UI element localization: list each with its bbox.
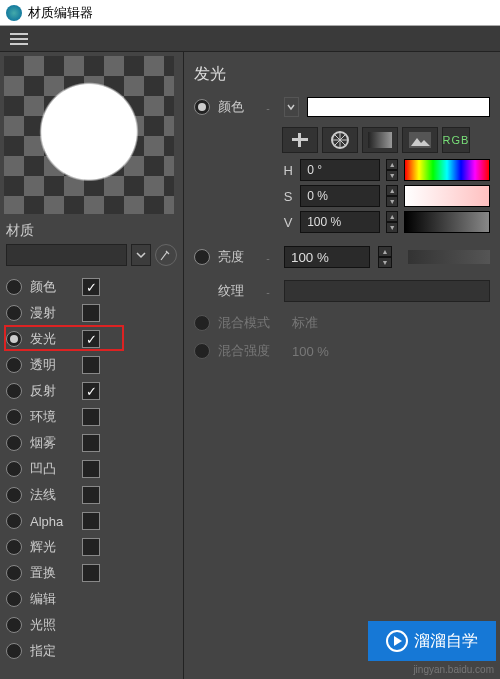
channel-row[interactable]: 置换 — [6, 562, 177, 584]
gradient-tool-icon[interactable] — [362, 127, 398, 153]
brightness-anim-radio[interactable] — [194, 249, 210, 265]
channel-label: 反射 — [30, 382, 82, 400]
sat-label: S — [282, 189, 294, 204]
channel-radio[interactable] — [6, 487, 22, 503]
channel-row[interactable]: 编辑 — [6, 588, 177, 610]
brightness-stepper[interactable]: ▲▼ — [378, 246, 392, 268]
channel-radio[interactable] — [6, 513, 22, 529]
channel-row[interactable]: 颜色 — [6, 276, 177, 298]
channel-radio[interactable] — [6, 331, 22, 347]
channel-radio[interactable] — [6, 591, 22, 607]
channel-row[interactable]: 发光 — [6, 328, 177, 350]
brightness-label: 亮度 — [218, 248, 264, 266]
channel-row[interactable]: 烟雾 — [6, 432, 177, 454]
watermark-logo: 溜溜自学 — [368, 621, 496, 661]
channel-row[interactable]: 漫射 — [6, 302, 177, 324]
channel-row[interactable]: 环境 — [6, 406, 177, 428]
material-name-label: 材质 — [0, 218, 183, 242]
channel-list: 颜色漫射发光透明反射环境烟雾凹凸法线Alpha辉光置换编辑光照指定 — [0, 272, 183, 666]
channel-row[interactable]: 光照 — [6, 614, 177, 636]
sat-input[interactable] — [300, 185, 380, 207]
rgb-mode-button[interactable]: RGB — [442, 127, 470, 153]
image-picker-icon[interactable] — [402, 127, 438, 153]
channel-checkbox[interactable] — [82, 564, 100, 582]
blend-strength-label: 混合强度 — [218, 342, 284, 360]
color-dropdown-icon[interactable] — [284, 97, 299, 117]
channel-label: 烟雾 — [30, 434, 82, 452]
channel-label: 法线 — [30, 486, 82, 504]
channel-radio[interactable] — [6, 461, 22, 477]
channel-checkbox[interactable] — [82, 356, 100, 374]
channel-row[interactable]: 凹凸 — [6, 458, 177, 480]
color-wheel-icon[interactable] — [322, 127, 358, 153]
val-label: V — [282, 215, 294, 230]
channel-checkbox[interactable] — [82, 304, 100, 322]
channel-label: 颜色 — [30, 278, 82, 296]
channel-label: 置换 — [30, 564, 82, 582]
channel-checkbox[interactable] — [82, 382, 100, 400]
blend-strength-radio — [194, 343, 210, 359]
window-titlebar: 材质编辑器 — [0, 0, 500, 26]
blend-strength-value: 100 % — [292, 344, 329, 359]
material-dropdown[interactable] — [6, 244, 127, 266]
channel-radio[interactable] — [6, 305, 22, 321]
channel-checkbox[interactable] — [82, 460, 100, 478]
color-swatch[interactable] — [307, 97, 490, 117]
channel-radio[interactable] — [6, 435, 22, 451]
sat-slider[interactable] — [404, 185, 490, 207]
channel-radio[interactable] — [6, 539, 22, 555]
sat-stepper[interactable]: ▲▼ — [386, 185, 398, 207]
right-panel: 发光 颜色 .. RGB H — [184, 52, 500, 679]
channel-radio[interactable] — [6, 279, 22, 295]
texture-slot[interactable] — [284, 280, 490, 302]
channel-row[interactable]: 指定 — [6, 640, 177, 662]
channel-row[interactable]: 反射 — [6, 380, 177, 402]
channel-label: 辉光 — [30, 538, 82, 556]
val-slider[interactable] — [404, 211, 490, 233]
channel-radio[interactable] — [6, 357, 22, 373]
channel-checkbox[interactable] — [82, 512, 100, 530]
hue-stepper[interactable]: ▲▼ — [386, 159, 398, 181]
val-stepper[interactable]: ▲▼ — [386, 211, 398, 233]
val-input[interactable] — [300, 211, 380, 233]
material-picker-icon[interactable] — [155, 244, 177, 266]
channel-radio[interactable] — [6, 617, 22, 633]
channel-checkbox[interactable] — [82, 330, 100, 348]
channel-label: 指定 — [30, 642, 82, 660]
hamburger-menu-icon[interactable] — [10, 33, 28, 45]
channel-label: 编辑 — [30, 590, 82, 608]
material-dropdown-arrow-icon[interactable] — [131, 244, 151, 266]
channel-checkbox[interactable] — [82, 408, 100, 426]
menu-bar — [0, 26, 500, 52]
hue-label: H — [282, 163, 294, 178]
app-icon — [6, 5, 22, 21]
blend-mode-label: 混合模式 — [218, 314, 284, 332]
main-area: 材质 颜色漫射发光透明反射环境烟雾凹凸法线Alpha辉光置换编辑光照指定 发光 … — [0, 52, 500, 679]
channel-radio[interactable] — [6, 643, 22, 659]
window-title: 材质编辑器 — [28, 4, 93, 22]
material-preview[interactable] — [0, 52, 183, 218]
channel-checkbox[interactable] — [82, 486, 100, 504]
channel-radio[interactable] — [6, 383, 22, 399]
channel-checkbox[interactable] — [82, 278, 100, 296]
channel-row[interactable]: Alpha — [6, 510, 177, 532]
channel-label: 环境 — [30, 408, 82, 426]
color-toolbar: RGB — [282, 127, 490, 153]
channel-radio[interactable] — [6, 565, 22, 581]
brightness-tool-icon[interactable] — [282, 127, 318, 153]
channel-row[interactable]: 辉光 — [6, 536, 177, 558]
color-anim-radio[interactable] — [194, 99, 210, 115]
hue-slider[interactable] — [404, 159, 490, 181]
brightness-input[interactable] — [284, 246, 370, 268]
channel-label: 光照 — [30, 616, 82, 634]
brightness-slider[interactable] — [408, 250, 490, 264]
hue-input[interactable] — [300, 159, 380, 181]
channel-checkbox[interactable] — [82, 538, 100, 556]
texture-label: 纹理 — [218, 282, 264, 300]
channel-row[interactable]: 透明 — [6, 354, 177, 376]
channel-label: 凹凸 — [30, 460, 82, 478]
channel-row[interactable]: 法线 — [6, 484, 177, 506]
section-title: 发光 — [194, 60, 490, 93]
channel-checkbox[interactable] — [82, 434, 100, 452]
channel-radio[interactable] — [6, 409, 22, 425]
